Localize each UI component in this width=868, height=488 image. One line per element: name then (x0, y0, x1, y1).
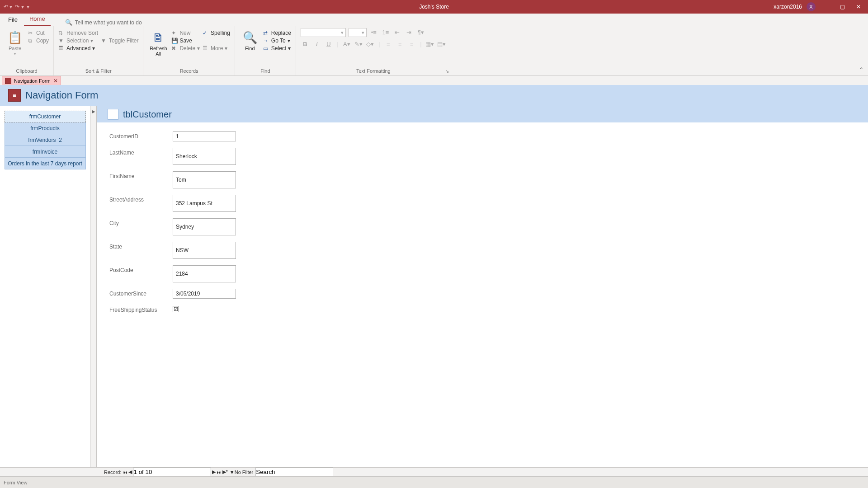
label-city: City (109, 218, 164, 226)
ribbon-group-textformat: ▾ ▾ •≡ 1≡ ⇤ ⇥ ¶▾ B I U | A▾ ✎▾ ◇▾ | ≡ ≡ … (296, 26, 451, 75)
refresh-all-button[interactable]: 🗎 Refresh All (148, 28, 169, 56)
find-button[interactable]: 🔍 Find (240, 28, 260, 51)
input-firstname[interactable] (173, 171, 236, 188)
tab-home[interactable]: Home (24, 14, 51, 26)
paste-button: 📋 Paste ▼ (5, 28, 25, 56)
prev-record-button[interactable]: ◀ (128, 469, 132, 475)
tab-file[interactable]: File (3, 14, 23, 26)
record-position-input[interactable] (133, 468, 211, 476)
filter-icon: ▼ (230, 469, 235, 475)
label-firstname: FirstName (109, 171, 164, 179)
input-city[interactable] (173, 218, 236, 235)
undo-button[interactable]: ↶ ▾ (4, 4, 12, 10)
remove-sort-button: ⇅Remove Sort (58, 30, 98, 36)
advanced-button[interactable]: ☰Advanced ▾ (58, 45, 98, 52)
input-streetaddress[interactable] (173, 195, 236, 212)
navigation-form-header: ≡ Navigation Form (0, 85, 868, 106)
label-streetaddress: StreetAddress (109, 195, 164, 203)
ribbon-group-records: 🗎 Refresh All ✦New 💾Save ✖Delete ▾ ✓Spel… (143, 26, 235, 75)
align-center-button: ≡ (396, 40, 405, 49)
align-left-button: ≡ (384, 40, 393, 49)
collapse-ribbon-button[interactable]: ⌃ (859, 66, 863, 73)
first-record-button[interactable]: ⏮ (123, 469, 127, 475)
sortfilter-label: Sort & Filter (58, 67, 138, 75)
find-label: Find (245, 46, 255, 51)
input-customerid[interactable] (173, 131, 236, 141)
redo-button[interactable]: ↷ ▾ (15, 4, 24, 10)
label-state: State (109, 242, 164, 250)
more-icon: ☰ (203, 45, 209, 52)
remove-sort-icon: ⇅ (58, 30, 65, 36)
form-body: frmCustomer frmProducts frmVendors_2 frm… (0, 106, 868, 467)
input-postcode[interactable] (173, 265, 236, 282)
nav-item-frmvendors2[interactable]: frmVendors_2 (5, 134, 86, 146)
spelling-button[interactable]: ✓Spelling (203, 30, 230, 36)
new-record-button[interactable]: ▶* (222, 469, 228, 475)
form-icon (5, 78, 11, 84)
decrease-indent-button: ⇤ (393, 28, 402, 37)
document-tab-label: Navigation Form (14, 78, 51, 84)
record-nav-bar: Record: ⏮ ◀ ▶ ⏭ ▶* ▼No Filter (0, 467, 868, 476)
tell-me-placeholder: Tell me what you want to do (75, 19, 142, 26)
new-button: ✦New (171, 30, 200, 36)
cut-button: ✂Cut (28, 30, 49, 36)
filter-icon: ▼ (101, 38, 107, 44)
align-right-button: ≡ (407, 40, 416, 49)
record-search-input[interactable] (255, 468, 333, 476)
customize-qat-button[interactable]: ▾ (27, 4, 29, 10)
cut-icon: ✂ (28, 30, 34, 36)
nav-item-frmcustomer[interactable]: frmCustomer (5, 111, 86, 122)
minimize-button[interactable]: — (820, 4, 832, 10)
toggle-filter-button: ▼Toggle Filter (101, 38, 138, 44)
close-button[interactable]: ✕ (853, 4, 864, 10)
replace-button[interactable]: ⇄Replace (263, 30, 291, 36)
more-button: ☰More ▾ (203, 45, 230, 52)
next-record-button[interactable]: ▶ (212, 469, 216, 475)
input-state[interactable] (173, 242, 236, 259)
tell-me-box[interactable]: 🔍 Tell me what you want to do (52, 19, 142, 26)
input-lastname[interactable] (173, 148, 236, 165)
selection-icon: ▼ (58, 38, 65, 44)
maximize-button[interactable]: ▢ (836, 4, 848, 10)
document-tab-navigationform[interactable]: Navigation Form ✕ (2, 76, 61, 85)
font-family-select: ▾ (301, 28, 346, 37)
select-button[interactable]: ▭Select ▾ (263, 45, 291, 52)
textformat-label: Text Formatting (301, 67, 446, 75)
advanced-icon: ☰ (58, 45, 65, 52)
navigation-strip: frmCustomer frmProducts frmVendors_2 frm… (0, 106, 90, 467)
find-icon: 🔍 (243, 31, 257, 45)
status-mode: Form View (4, 480, 27, 485)
nav-item-frminvoice[interactable]: frmInvoice (5, 146, 86, 158)
app-title: Josh's Store (419, 4, 449, 10)
select-icon: ▭ (263, 45, 269, 52)
last-record-button[interactable]: ⏭ (217, 469, 222, 475)
save-button[interactable]: 💾Save (171, 38, 200, 44)
subform-title: tblCustomer (123, 109, 172, 120)
fill-color-button: ◇▾ (366, 40, 375, 49)
user-avatar[interactable]: X (807, 2, 816, 11)
font-size-select: ▾ (349, 28, 367, 37)
user-name[interactable]: xarzon2016 (774, 4, 802, 10)
underline-button: U (324, 40, 333, 49)
label-freeshipping: FreeShippingStatus (109, 305, 164, 313)
clipboard-label: Clipboard (5, 67, 49, 75)
no-filter-indicator: ▼No Filter (230, 469, 253, 475)
goto-button[interactable]: →Go To ▾ (263, 38, 291, 44)
document-tab-bar: Navigation Form ✕ (0, 76, 868, 85)
find-group-label: Find (240, 67, 291, 75)
subform: tblCustomer CustomerID LastName FirstNam… (97, 106, 868, 467)
increase-indent-button: ⇥ (405, 28, 414, 37)
nav-item-frmproducts[interactable]: frmProducts (5, 122, 86, 134)
checkbox-freeshipping[interactable]: ☑ (173, 306, 179, 312)
subform-header: tblCustomer (97, 106, 868, 122)
nav-item-ordersreport[interactable]: Orders in the last 7 days report (5, 158, 86, 169)
textformat-launcher-icon[interactable]: ↘ (445, 69, 449, 74)
close-tab-button[interactable]: ✕ (53, 78, 58, 84)
input-customersince[interactable] (173, 289, 236, 299)
italic-button: I (312, 40, 321, 49)
label-customersince: CustomerSince (109, 289, 164, 297)
goto-icon: → (263, 38, 269, 44)
spelling-icon: ✓ (203, 30, 209, 36)
record-selector[interactable]: ▶ (90, 106, 97, 467)
selection-button: ▼Selection ▾ (58, 38, 98, 44)
